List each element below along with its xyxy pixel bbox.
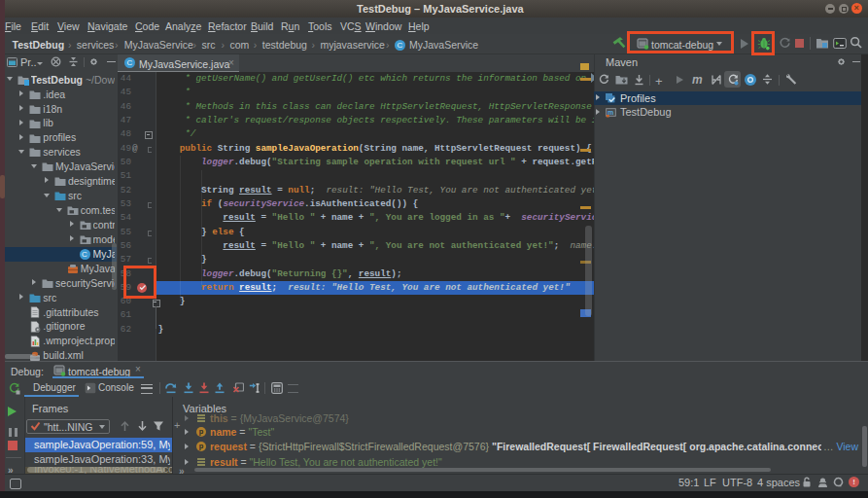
svg-text:m: m bbox=[608, 109, 613, 116]
